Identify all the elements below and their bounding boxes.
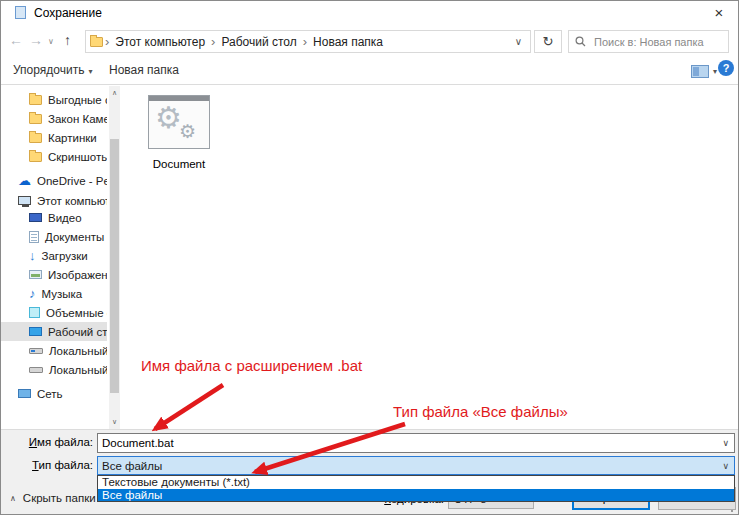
hide-folders-button[interactable]: ∧ Скрыть папки	[10, 492, 96, 504]
filename-input[interactable]	[98, 436, 717, 450]
batch-file-icon: ⚙ ⚙	[148, 95, 210, 149]
sidebar-item-network[interactable]: Сеть	[1, 384, 107, 403]
up-icon[interactable]: ↑	[64, 33, 71, 47]
breadcrumb-new-folder[interactable]: Новая папка	[309, 35, 387, 49]
cube-icon	[29, 307, 40, 318]
filename-label-hotkey: И	[29, 436, 37, 448]
sidebar-item-label: Этот компьютер	[37, 195, 107, 207]
filename-combobox[interactable]: ∨	[97, 433, 735, 453]
sidebar-item-label: Документы	[45, 231, 104, 243]
address-bar[interactable]: › Этот компьютер › Рабочий стол › Новая …	[85, 30, 531, 53]
option-text-documents[interactable]: Текстовые документы (*.txt)	[98, 476, 734, 489]
folder-icon	[29, 95, 42, 105]
breadcrumb-separator: ›	[103, 34, 111, 49]
sidebar-item-video[interactable]: Видео	[1, 208, 107, 227]
recent-locations-chevron-icon[interactable]: ∨	[48, 35, 54, 49]
view-mode-icon[interactable]	[691, 65, 709, 78]
filetype-dropdown-list: Текстовые документы (*.txt) Все файлы	[97, 475, 735, 502]
search-box[interactable]	[568, 30, 729, 53]
video-icon	[29, 213, 42, 222]
sidebar-item-label: Выгодные обме	[48, 94, 107, 106]
sidebar-item-documents[interactable]: Документы	[1, 227, 107, 246]
picture-icon	[29, 270, 42, 279]
file-label: Document	[141, 158, 217, 170]
sidebar-item-downloads[interactable]: ↓Загрузки	[1, 246, 107, 265]
organize-label: Упорядочить	[13, 63, 84, 77]
filename-label: Имя файла:	[11, 436, 93, 448]
window-title: Сохранение	[34, 6, 102, 20]
sidebar-item-folder-3[interactable]: Картинки	[1, 128, 107, 147]
breadcrumb-separator: ›	[209, 34, 217, 49]
app-icon	[15, 6, 26, 19]
filetype-label: Тип файла:	[11, 459, 93, 471]
hide-folders-label: Скрыть папки	[23, 492, 96, 504]
search-icon	[575, 36, 586, 47]
view-mode-caret-icon[interactable]: ▾	[713, 67, 717, 76]
filename-label-rest: мя файла:	[37, 436, 93, 448]
breadcrumb-desktop[interactable]: Рабочий стол	[217, 35, 300, 49]
navigation-row: ← → ∨ ↑ › Этот компьютер › Рабочий стол …	[1, 24, 738, 57]
help-icon[interactable]: ?	[718, 60, 734, 76]
download-arrow-icon: ↓	[29, 250, 36, 262]
toolbar: Упорядочить▾ Новая папка ▾	[1, 57, 738, 85]
disk-icon	[29, 348, 43, 354]
annotation-filename-note: Имя файла с расширением .bat	[141, 357, 362, 374]
sidebar-item-label: Объемные объ	[46, 307, 107, 319]
sidebar-item-label: Видео	[48, 212, 82, 224]
sidebar-item-local-disk-c[interactable]: Локальный дис	[1, 341, 107, 360]
forward-icon[interactable]: →	[29, 33, 43, 47]
filetype-label-rest: ип файла:	[39, 459, 93, 471]
sidebar-item-folder-4[interactable]: Скриншоты сгу	[1, 147, 107, 166]
new-folder-button[interactable]: Новая папка	[109, 63, 179, 77]
sidebar-item-folder-2[interactable]: Закон Каменны	[1, 109, 107, 128]
filetype-value: Все файлы	[102, 460, 162, 472]
disk-icon	[29, 367, 43, 373]
sidebar-item-music[interactable]: ♪Музыка	[1, 284, 107, 303]
sidebar-scrollbar[interactable]: ∧ ∨	[109, 86, 120, 429]
folder-icon	[29, 114, 42, 124]
sidebar-item-local-disk-d[interactable]: Локальный дис	[1, 360, 107, 379]
folder-icon	[29, 152, 42, 162]
annotation-arrow-filename	[155, 385, 223, 429]
sidebar-item-folder-1[interactable]: Выгодные обме	[1, 90, 107, 109]
sidebar-item-3d-objects[interactable]: Объемные объ	[1, 303, 107, 322]
search-input[interactable]	[592, 35, 722, 49]
breadcrumb-this-pc[interactable]: Этот компьютер	[111, 35, 209, 49]
resize-grip[interactable]	[731, 510, 733, 512]
annotation-filetype-note: Тип файла «Все файлы»	[393, 403, 568, 420]
sidebar-item-label: OneDrive - Persor	[37, 175, 107, 187]
sidebar-item-label: Изображения	[48, 269, 107, 281]
back-icon[interactable]: ←	[9, 33, 23, 47]
music-note-icon: ♪	[29, 287, 36, 300]
sidebar-item-label: Сеть	[37, 388, 63, 400]
scrollbar-thumb[interactable]	[110, 139, 119, 393]
address-dropdown-chevron-icon[interactable]: ∨	[515, 36, 526, 47]
refresh-icon[interactable]: ↻	[534, 30, 562, 53]
save-dialog-window: Сохранение × ← → ∨ ↑ › Этот компьютер › …	[0, 0, 739, 515]
folder-icon	[29, 133, 42, 143]
filetype-combobox[interactable]: Все файлы ∨	[97, 456, 735, 475]
scroll-up-icon[interactable]: ∧	[109, 89, 120, 97]
chevron-down-icon[interactable]: ∨	[717, 461, 734, 471]
gear-icon: ⚙	[179, 120, 196, 143]
footer-panel: Имя файла: ∨ Тип файла: Все файлы ∨ Текс…	[1, 429, 738, 515]
sidebar-item-label: Рабочий стол	[48, 326, 107, 338]
network-icon	[18, 389, 31, 398]
computer-icon	[18, 196, 31, 205]
option-all-files[interactable]: Все файлы	[98, 489, 734, 502]
organize-button[interactable]: Упорядочить▾	[13, 63, 92, 77]
chevron-down-icon[interactable]: ∨	[717, 438, 734, 448]
sidebar-item-pictures[interactable]: Изображения	[1, 265, 107, 284]
chevron-up-icon: ∧	[10, 494, 16, 503]
close-icon[interactable]: ×	[708, 3, 730, 22]
sidebar-item-onedrive[interactable]: ☁OneDrive - Persor	[1, 171, 107, 190]
scroll-down-icon[interactable]: ∨	[109, 418, 120, 426]
breadcrumb-separator: ›	[301, 34, 309, 49]
title-bar: Сохранение ×	[1, 1, 738, 24]
sidebar-item-label: Закон Каменны	[48, 113, 107, 125]
sidebar-item-label: Картинки	[48, 132, 97, 144]
sidebar-item-desktop[interactable]: Рабочий стол	[1, 322, 107, 341]
folder-icon	[90, 37, 103, 47]
file-document[interactable]: ⚙ ⚙ Document	[141, 95, 217, 181]
document-icon	[29, 231, 39, 243]
